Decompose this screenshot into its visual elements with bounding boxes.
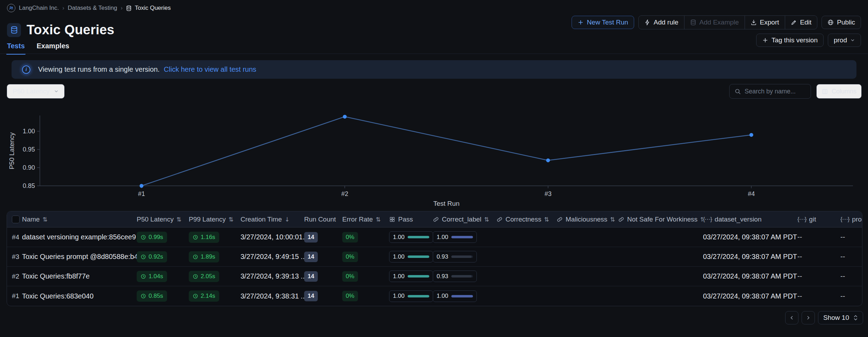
- sort-icon[interactable]: ⇅: [544, 216, 549, 223]
- column-label: Name: [22, 216, 40, 223]
- select-all-checkbox[interactable]: [12, 216, 20, 223]
- column-header-pass: Pass: [389, 216, 433, 223]
- run-number-cell: #4: [7, 233, 22, 241]
- name-cell[interactable]: dataset versioning example:856cee9: [22, 233, 137, 241]
- sort-icon[interactable]: ⇅: [610, 216, 615, 223]
- p99-latency-badge: 1.16s: [189, 232, 219, 243]
- public-button[interactable]: Public: [822, 16, 861, 29]
- p50-latency-badge: 0.92s: [137, 251, 167, 262]
- tab-examples[interactable]: Examples: [37, 42, 69, 55]
- sort-icon[interactable]: ⇅: [700, 216, 703, 223]
- run-count-cell: 14: [304, 232, 342, 243]
- name-cell[interactable]: Toxic Queries prompt @8d80588e:b495152: [22, 253, 137, 261]
- column-header-run_count: Run Count: [304, 216, 342, 223]
- correct-label-cell: 1.00: [433, 290, 496, 302]
- y-axis-label: P50 Latency: [8, 132, 15, 169]
- sort-icon[interactable]: ⇅: [177, 216, 181, 223]
- creation-time-cell: 3/27/2024, 9:38:31 ...: [241, 292, 304, 300]
- page-size-select[interactable]: Show 10: [818, 311, 863, 324]
- pass-cell: 1.00: [389, 251, 433, 262]
- stepper-icon: [853, 315, 858, 321]
- sort-desc-icon[interactable]: ↓: [285, 216, 289, 223]
- name-cell[interactable]: Toxic Queries:fb8f77e: [22, 272, 137, 280]
- breadcrumb-page-label: Toxic Queries: [135, 5, 171, 12]
- run-count-badge: 14: [304, 232, 318, 243]
- search-input[interactable]: [745, 88, 806, 95]
- version-select[interactable]: prod: [828, 34, 861, 47]
- view-all-test-runs-link[interactable]: Click here to view all test runs: [164, 65, 257, 73]
- test-run-latency-chart: 0.850.900.951.00#1#2#3#4Test RunP50 Late…: [0, 105, 868, 207]
- table-row[interactable]: #2Toxic Queries:fb8f77e1.04s2.05s3/27/20…: [7, 267, 862, 286]
- link-icon: [433, 216, 439, 223]
- table-row[interactable]: #1Toxic Queries:683e0400.85s2.14s3/27/20…: [7, 286, 862, 306]
- run-number-cell: #1: [7, 292, 22, 300]
- next-page-button[interactable]: [802, 311, 815, 324]
- correct-label-score: 0.93: [433, 251, 477, 262]
- column-header-correct_label[interactable]: Correct_label⇅: [433, 216, 496, 223]
- previous-page-button[interactable]: [785, 311, 798, 324]
- chart-point[interactable]: [343, 115, 347, 119]
- chevron-down-icon: [850, 38, 855, 43]
- column-header-creation[interactable]: Creation Time↓: [241, 216, 304, 223]
- chart-point[interactable]: [749, 133, 753, 137]
- columns-icon: [822, 88, 828, 95]
- svg-text:0.85: 0.85: [23, 182, 35, 189]
- creation-time-cell: 3/27/2024, 9:49:15 ...: [241, 253, 304, 261]
- p99-latency-cell: 2.14s: [189, 290, 241, 302]
- chart-point[interactable]: [546, 159, 550, 162]
- git-cell: --: [797, 253, 840, 261]
- p50-latency-badge: 0.85s: [137, 290, 167, 302]
- column-header-p99[interactable]: P99 Latency⇅: [189, 216, 241, 223]
- breadcrumb-section[interactable]: Datasets & Testing: [68, 5, 117, 12]
- run-count-badge: 14: [304, 252, 318, 262]
- correct-label-score: 0.93: [433, 271, 477, 282]
- name-cell[interactable]: Toxic Queries:683e040: [22, 292, 137, 300]
- metric-select[interactable]: P50 Latency: [7, 84, 65, 99]
- correct-label-score: 1.00: [433, 231, 477, 243]
- breadcrumb-org[interactable]: LangChain Inc.: [19, 5, 59, 12]
- chevron-right-icon: ›: [62, 5, 64, 11]
- prompt-cell: --: [840, 272, 862, 280]
- link-icon: [496, 216, 503, 223]
- creation-time-cell: 3/27/2024, 9:39:13 ...: [241, 272, 304, 280]
- column-label: P50 Latency: [137, 216, 174, 223]
- chart-point[interactable]: [139, 184, 143, 188]
- column-header-name[interactable]: Name⇅: [22, 216, 137, 223]
- svg-text:#3: #3: [545, 190, 552, 197]
- braces-icon: {⋯}: [797, 216, 806, 223]
- error-rate-cell: 0%: [342, 232, 389, 243]
- column-header-correctness[interactable]: Correctness⇅: [496, 216, 557, 223]
- correct-label-score: 1.00: [433, 290, 477, 302]
- edit-button[interactable]: Edit: [785, 16, 817, 29]
- run-count-cell: 14: [304, 252, 342, 262]
- sort-icon[interactable]: ⇅: [43, 216, 48, 223]
- sort-icon[interactable]: ⇅: [484, 216, 489, 223]
- tag-this-version-button[interactable]: Tag this version: [756, 34, 824, 47]
- database-icon: [690, 19, 696, 26]
- dataset-version-cell: 03/27/2024, 09:38:07 AM PDT: [703, 253, 797, 261]
- run-count-cell: 14: [304, 271, 342, 282]
- column-label: prompt: [852, 216, 862, 223]
- table-row[interactable]: #4dataset versioning example:856cee90.99…: [7, 227, 862, 247]
- column-header-maliciousness[interactable]: Maliciousness⇅: [557, 216, 618, 223]
- column-header-error_rate[interactable]: Error Rate⇅: [342, 216, 389, 223]
- sort-icon[interactable]: ⇅: [376, 216, 381, 223]
- correct-label-cell: 0.93: [433, 271, 496, 282]
- column-header-nsfw[interactable]: Not Safe For Workiness⇅: [618, 216, 703, 223]
- new-test-run-button[interactable]: New Test Run: [572, 16, 634, 29]
- tab-tests[interactable]: Tests: [7, 42, 25, 55]
- columns-button[interactable]: Columns: [816, 84, 862, 99]
- table-row[interactable]: #3Toxic Queries prompt @8d80588e:b495152…: [7, 247, 862, 267]
- x-axis-label: Test Run: [433, 200, 460, 207]
- svg-text:0.95: 0.95: [23, 146, 35, 153]
- column-header-p50[interactable]: P50 Latency⇅: [137, 216, 189, 223]
- add-example-button[interactable]: Add Example: [684, 16, 745, 29]
- breadcrumb-page[interactable]: Toxic Queries: [126, 5, 171, 12]
- org-avatar[interactable]: [7, 4, 15, 12]
- add-rule-button[interactable]: Add rule: [639, 16, 684, 29]
- git-cell: --: [797, 292, 840, 300]
- creation-time-cell: 3/27/2024, 10:00:01...: [241, 233, 304, 241]
- run-number-cell: #3: [7, 253, 22, 261]
- export-button[interactable]: Export: [745, 16, 785, 29]
- sort-icon[interactable]: ⇅: [229, 216, 234, 223]
